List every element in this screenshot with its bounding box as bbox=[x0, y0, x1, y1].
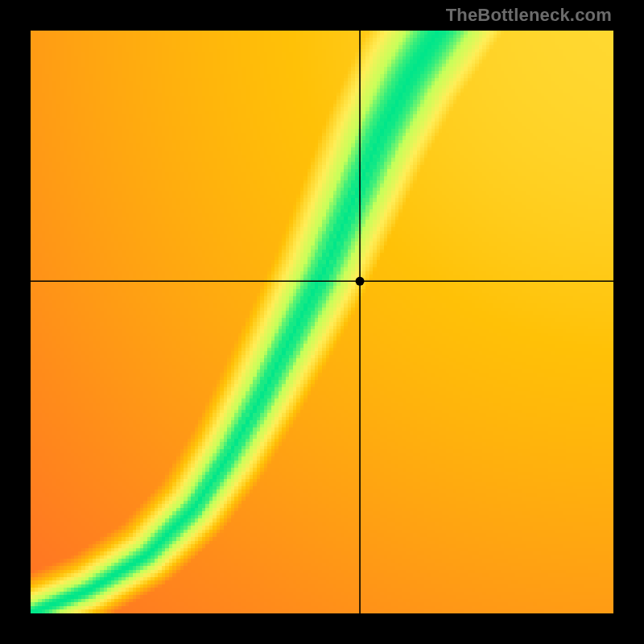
chart-frame: TheBottleneck.com bbox=[0, 0, 644, 644]
plot-area bbox=[31, 31, 613, 613]
overlay-canvas bbox=[31, 31, 613, 613]
watermark-text: TheBottleneck.com bbox=[446, 5, 612, 26]
